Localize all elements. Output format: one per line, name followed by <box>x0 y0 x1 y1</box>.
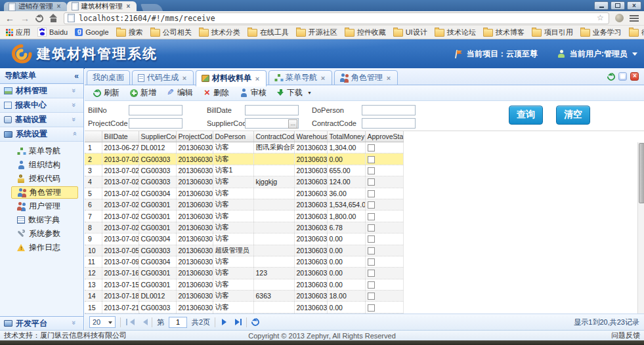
bookmark-item[interactable]: 控件收藏 <box>345 28 386 37</box>
sidebar-menu-item[interactable]: 系统参数 <box>11 228 78 240</box>
page-number-input[interactable] <box>169 317 187 328</box>
approve-checkbox[interactable] <box>368 270 375 277</box>
bookmark-item[interactable]: 应用 <box>5 28 30 37</box>
bookmark-item[interactable]: 技术分类 <box>199 28 240 37</box>
sidebar-menu-item[interactable]: 组织结构 <box>11 159 78 171</box>
toolbar-button[interactable]: 下载 <box>272 87 317 100</box>
approve-checkbox[interactable] <box>368 293 375 300</box>
approve-checkbox[interactable] <box>368 190 375 197</box>
column-header[interactable]: BillDate <box>102 131 139 142</box>
workspace-tab[interactable]: 代码生成 <box>132 70 194 85</box>
extension-icon[interactable] <box>615 14 624 22</box>
sidebar-menu-item[interactable]: 菜单导航 <box>11 145 78 157</box>
column-header[interactable]: DoPerson <box>213 131 253 142</box>
column-header[interactable] <box>85 131 102 142</box>
bookmark-item[interactable]: 搜索 <box>116 28 143 37</box>
sidebar-section[interactable]: 基础设置 <box>0 113 83 127</box>
supplier-picker-button[interactable]: ... <box>288 119 297 129</box>
vertical-scrollbar[interactable] <box>637 142 644 314</box>
bookmark-star-icon[interactable] <box>597 14 605 22</box>
billdate-input[interactable] <box>245 105 299 115</box>
contractcode-input[interactable] <box>362 118 416 129</box>
table-row[interactable]: 8 2013-07-02 CG00301 2013060300 访客 20130… <box>85 222 403 233</box>
bookmark-item[interactable]: 业务学习 <box>580 28 622 37</box>
sidebar-section[interactable]: 材料管理 <box>0 84 83 98</box>
browser-tab[interactable]: 进销存管理 <box>4 2 67 11</box>
billno-input[interactable] <box>129 105 182 115</box>
sidebar-menu-item[interactable]: 用户管理 <box>11 200 78 213</box>
approve-checkbox[interactable] <box>368 167 375 174</box>
table-row[interactable]: 6 2013-07-02 CG00301 2013060300 访客 20130… <box>85 199 403 210</box>
tab-close-icon[interactable] <box>385 73 392 83</box>
approve-checkbox[interactable] <box>368 235 375 243</box>
bookmark-item[interactable]: 技术论坛 <box>435 28 476 37</box>
clear-button[interactable]: 清空 <box>556 106 590 125</box>
bookmark-item[interactable]: 技术博客 <box>483 28 525 37</box>
browser-menu-icon[interactable] <box>630 15 639 22</box>
chevron-down-icon[interactable] <box>632 52 637 58</box>
sidebar-menu-item[interactable]: 授权代码 <box>11 172 78 185</box>
approve-checkbox[interactable] <box>368 178 375 186</box>
tab-close-icon[interactable] <box>320 73 326 83</box>
bookmark-item[interactable]: Google <box>75 28 108 36</box>
approve-checkbox[interactable] <box>368 213 375 220</box>
url-text[interactable]: localhost:21604/#!/mms/receive <box>79 14 593 23</box>
workspace-tab[interactable]: 菜单导航 <box>268 70 332 85</box>
approve-checkbox[interactable] <box>368 304 375 312</box>
tab-close-icon[interactable] <box>181 73 188 83</box>
table-row[interactable]: 12 2013-07-16 CG00301 2013060300 访客 123 … <box>85 268 403 279</box>
workspace-tab[interactable]: 角色管理 <box>334 70 398 85</box>
current-project-label[interactable]: 当前项目：云顶至尊 <box>467 49 538 60</box>
close-tab-icon[interactable] <box>630 72 639 81</box>
approve-checkbox[interactable] <box>368 156 375 163</box>
last-page-button[interactable] <box>233 318 242 326</box>
page-size-select[interactable]: 20 <box>89 316 116 328</box>
close-button[interactable] <box>627 1 641 10</box>
bookmark-item[interactable]: 项目引用 <box>532 28 573 37</box>
column-header[interactable]: WarehouseCode <box>294 131 327 142</box>
toolbar-button[interactable]: 新增 <box>125 87 161 100</box>
column-header[interactable]: ApproveStatus <box>365 131 403 142</box>
home-icon[interactable] <box>49 14 58 22</box>
bookmark-item[interactable]: UI设计 <box>393 28 427 37</box>
column-header[interactable]: ContractCode <box>253 131 294 142</box>
collapse-sidebar-icon[interactable] <box>74 71 79 81</box>
table-row[interactable]: 4 2013-07-02 CG00303 2013060300 访客 kjggk… <box>85 176 403 188</box>
toolbar-button[interactable]: 审核 <box>234 87 272 100</box>
toolbar-button[interactable]: 编辑 <box>161 87 198 100</box>
table-row[interactable]: 9 2013-07-03 CG00304 2013060300 访客 20130… <box>85 233 403 245</box>
back-icon[interactable]: ← <box>5 14 14 23</box>
current-user-label[interactable]: 当前用户:管理员 <box>570 49 628 60</box>
query-button[interactable]: 查询 <box>509 106 543 125</box>
workspace-tab[interactable]: 材料收料单 <box>196 70 267 87</box>
doperson-input[interactable] <box>362 105 416 115</box>
table-row[interactable]: 11 2013-07-09 CG00304 2013060300 访客 2013… <box>85 256 403 267</box>
table-row[interactable]: 2 2013-07-02 CG00303 2013060300 访客 20130… <box>85 153 403 165</box>
browser-tab-active[interactable]: 建筑材料管理 <box>67 1 137 11</box>
table-row[interactable]: 3 2013-07-02 CG00303 2013060300 访客1 2013… <box>85 165 403 176</box>
refresh-tab-icon[interactable] <box>606 71 617 82</box>
reload-icon[interactable] <box>34 12 45 24</box>
tab-close-icon[interactable] <box>254 74 261 83</box>
bookmark-item[interactable]: 开源社区 <box>296 28 337 37</box>
sidebar-section[interactable]: 报表中心 <box>0 98 83 113</box>
workspace-tab[interactable]: 我的桌面 <box>87 70 130 85</box>
table-row[interactable]: 15 2013-07-21 CG00303 2013060300 访客 2013… <box>85 302 403 313</box>
approve-checkbox[interactable] <box>368 247 375 254</box>
address-bar[interactable]: localhost:21604/#!/mms/receive <box>64 12 609 24</box>
bookmark-item[interactable]: 在线工具 <box>247 28 289 37</box>
tab-close-icon[interactable] <box>56 3 62 10</box>
column-header[interactable]: ProjectCode <box>176 131 213 142</box>
scrollbar-thumb[interactable] <box>639 143 644 203</box>
projectcode-input[interactable] <box>129 118 182 129</box>
maximize-panel-icon[interactable] <box>618 72 627 81</box>
column-header[interactable]: TotalMoney <box>327 131 365 142</box>
refresh-grid-icon[interactable] <box>250 317 261 328</box>
bookmark-item[interactable]: 公司相关 <box>150 28 192 37</box>
approve-checkbox[interactable] <box>368 224 375 232</box>
approve-checkbox[interactable] <box>368 144 375 152</box>
toolbar-button[interactable]: 删除 <box>198 87 234 100</box>
table-row[interactable]: 14 2013-07-18 DL0012 2013060300 访客 6363 … <box>85 291 403 302</box>
column-header[interactable]: SupplierCode <box>139 131 176 142</box>
table-row[interactable]: 5 2013-07-02 CG00304 2013060300 访客 20130… <box>85 188 403 199</box>
